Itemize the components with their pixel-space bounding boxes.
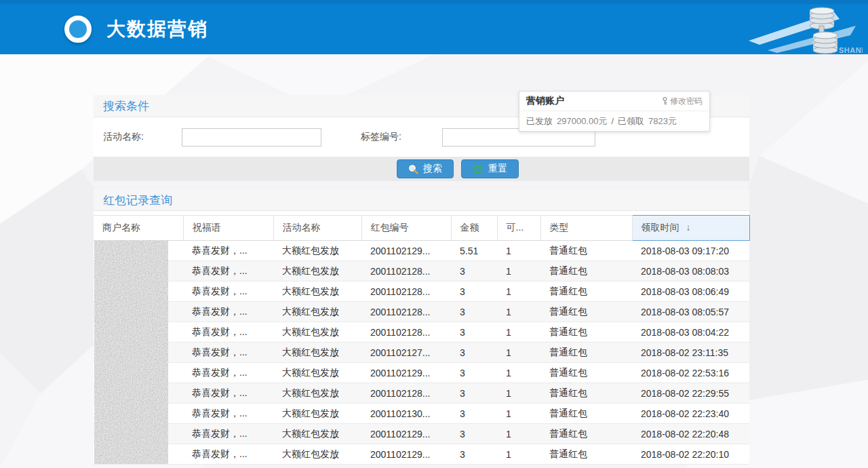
cell-type: 普通红包 — [540, 261, 632, 281]
cell-times: 1 — [497, 302, 540, 322]
page-title: 大数据营销 — [106, 16, 208, 42]
table-row[interactable]: 恭喜发财，...大额红包发放2001102129...31普通红包2018-08… — [94, 444, 749, 465]
separator: / — [611, 116, 614, 126]
section-gap — [94, 181, 749, 190]
cell-time: 2018-08-02 22:20:10 — [632, 444, 749, 465]
activity-name-input[interactable] — [182, 128, 321, 147]
main-content: 搜索条件 活动名称: 标签编号: 搜索 — [94, 95, 749, 465]
cell-times: 1 — [497, 322, 540, 343]
table-row[interactable]: 恭喜发财，...大额红包发放2001102128...31普通红包2018-08… — [94, 383, 749, 404]
records-section-title: 红包记录查询 — [103, 193, 172, 208]
tag-number-label: 标签编号: — [361, 131, 401, 143]
cell-time: 2018-08-02 23:11:35 — [632, 343, 749, 363]
cell-type: 普通红包 — [540, 383, 632, 404]
cell-time: 2018-08-03 08:08:03 — [632, 261, 749, 281]
cell-time: 2018-08-02 22:20:48 — [632, 424, 749, 444]
cell-times: 1 — [497, 261, 540, 281]
cell-type: 普通红包 — [540, 302, 632, 322]
cell-activity: 大额红包发放 — [273, 343, 361, 363]
cell-time: 2018-08-03 08:06:49 — [632, 281, 749, 302]
cell-number: 2001102128... — [361, 281, 451, 302]
table-row[interactable]: 恭喜发财，...大额红包发放2001102128...31普通红包2018-08… — [94, 281, 749, 302]
cell-type: 普通红包 — [540, 281, 632, 302]
merchant-name-redaction — [94, 240, 168, 464]
table-row[interactable]: 恭喜发财，...大额红包发放2001102129...31普通红包2018-08… — [94, 363, 749, 383]
refresh-icon — [473, 164, 484, 174]
cell-blessing: 恭喜发财，... — [183, 363, 273, 383]
cell-activity: 大额红包发放 — [273, 322, 361, 343]
reset-button-label: 重置 — [488, 163, 507, 175]
cell-amount: 3 — [451, 444, 497, 465]
col-header-times[interactable]: 可... — [497, 216, 540, 241]
table-row[interactable]: 恭喜发财，...大额红包发放2001102127...31普通红包2018-08… — [94, 343, 749, 363]
cell-blessing: 恭喜发财，... — [183, 424, 273, 444]
cell-amount: 3 — [451, 302, 497, 322]
account-balance-row: 已发放 297000.00元 / 已领取 7823元 — [519, 111, 709, 131]
cell-time: 2018-08-03 08:04:22 — [632, 322, 749, 343]
sort-descending-icon: ↓ — [686, 222, 690, 233]
cell-activity: 大额红包发放 — [273, 281, 361, 302]
cell-activity: 大额红包发放 — [273, 424, 361, 444]
cell-amount: 3 — [451, 322, 497, 343]
receive-time-label: 领取时间 — [642, 222, 679, 233]
cell-time: 2018-08-03 08:05:57 — [632, 302, 749, 322]
cell-type: 普通红包 — [540, 363, 632, 383]
marketing-account-panel: 营销账户 修改密码 已发放 297000.00元 / 已领取 7823元 — [519, 91, 710, 132]
cell-blessing: 恭喜发财，... — [183, 241, 273, 261]
cell-number: 2001102129... — [361, 363, 451, 383]
cell-number: 2001102130... — [361, 404, 451, 424]
search-section-title: 搜索条件 — [103, 98, 149, 114]
table-row[interactable]: 恭喜发财，...大额红包发放2001102128...31普通红包2018-08… — [94, 261, 749, 281]
cell-amount: 3 — [451, 424, 497, 444]
cell-amount: 3 — [451, 343, 497, 363]
cell-blessing: 恭喜发财，... — [183, 383, 273, 404]
cell-activity: 大额红包发放 — [273, 383, 361, 404]
cell-blessing: 恭喜发财，... — [183, 302, 273, 322]
table-row[interactable]: 恭喜发财，...大额红包发放2001102129...31普通红包2018-08… — [94, 424, 749, 444]
search-icon — [408, 164, 418, 174]
col-header-blessing[interactable]: 祝福语 — [183, 216, 273, 241]
cell-number: 2001102128... — [361, 322, 451, 343]
col-header-activity[interactable]: 活动名称 — [273, 216, 361, 241]
app-logo-circle-icon — [64, 16, 92, 43]
cell-amount: 3 — [451, 281, 497, 302]
cell-times: 1 — [497, 444, 540, 465]
col-header-type[interactable]: 类型 — [540, 216, 632, 241]
cell-times: 1 — [497, 383, 540, 404]
cell-number: 2001102128... — [361, 261, 451, 281]
cell-type: 普通红包 — [540, 404, 632, 424]
cell-amount: 3 — [451, 363, 497, 383]
cell-blessing: 恭喜发财，... — [183, 261, 273, 281]
cell-blessing: 恭喜发财，... — [183, 444, 273, 465]
col-header-number[interactable]: 红包编号 — [361, 216, 451, 241]
cell-blessing: 恭喜发财，... — [183, 343, 273, 363]
cell-activity: 大额红包发放 — [273, 404, 361, 424]
red-packet-records-section: 红包记录查询 商户名称 祝福语 活动名称 红包编号 金额 可... 类型 领取时… — [94, 190, 749, 465]
search-button-label: 搜索 — [423, 163, 442, 175]
table-row[interactable]: 恭喜发财，...大额红包发放2001102128...31普通红包2018-08… — [94, 322, 749, 343]
cell-type: 普通红包 — [540, 444, 632, 465]
cell-number: 2001102128... — [361, 302, 451, 322]
cell-times: 1 — [497, 424, 540, 444]
table-row[interactable]: 恭喜发财，...大额红包发放2001102129...5.511普通红包2018… — [94, 241, 749, 261]
cell-time: 2018-08-03 09:17:20 — [632, 241, 749, 261]
cell-times: 1 — [497, 404, 540, 424]
logo-text: SHANNON — [839, 46, 863, 54]
col-header-amount[interactable]: 金额 — [451, 216, 497, 241]
cell-activity: 大额红包发放 — [273, 241, 361, 261]
cell-type: 普通红包 — [540, 343, 632, 363]
reset-button[interactable]: 重置 — [461, 159, 519, 178]
search-button[interactable]: 搜索 — [397, 159, 454, 178]
cell-number: 2001102129... — [361, 444, 451, 465]
cell-times: 1 — [497, 363, 540, 383]
cell-type: 普通红包 — [540, 322, 632, 343]
table-row[interactable]: 恭喜发财，...大额红包发放2001102130...31普通红包2018-08… — [94, 404, 749, 424]
col-header-receive-time[interactable]: 领取时间 ↓ — [632, 216, 749, 241]
cell-number: 2001102129... — [361, 424, 451, 444]
table-row[interactable]: 恭喜发财，...大额红包发放2001102128...31普通红包2018-08… — [94, 302, 749, 322]
cell-blessing: 恭喜发财，... — [183, 281, 273, 302]
col-header-merchant[interactable]: 商户名称 — [94, 216, 183, 241]
cell-times: 1 — [497, 241, 540, 261]
cell-amount: 3 — [451, 261, 497, 281]
change-password-link[interactable]: 修改密码 — [662, 96, 703, 107]
